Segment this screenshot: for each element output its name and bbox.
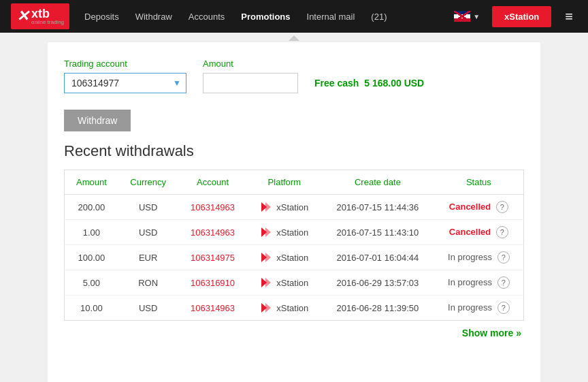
nav-internal-mail[interactable]: Internal mail: [300, 12, 362, 22]
logo[interactable]: ✕ xtb online trading: [11, 3, 69, 29]
logo-x-icon: ✕: [16, 7, 29, 25]
free-cash-value: 5 168.00 USD: [364, 78, 424, 89]
svg-marker-7: [265, 278, 271, 287]
nav-withdraw[interactable]: Withdraw: [129, 12, 179, 22]
cell-account: 106314963: [178, 195, 248, 220]
svg-marker-5: [265, 253, 271, 262]
col-currency: Currency: [118, 170, 178, 195]
nav-deposits[interactable]: Deposits: [78, 12, 126, 22]
status-badge: In progress: [448, 302, 492, 313]
platform-name: xStation: [276, 278, 308, 288]
trading-account-label: Trading account: [64, 59, 186, 69]
cell-currency: USD: [118, 296, 178, 321]
cell-currency: EUR: [118, 245, 178, 270]
account-link[interactable]: 106314963: [191, 227, 235, 238]
cell-account: 106316910: [178, 270, 248, 296]
cell-date: 2016-06-28 11:39:50: [321, 296, 434, 321]
account-select[interactable]: 106314977: [64, 73, 186, 93]
account-link[interactable]: 106314975: [191, 253, 235, 263]
col-status: Status: [434, 170, 524, 195]
table-row: 5.00 RON 106316910 xStation 2016-06-29 1…: [65, 270, 524, 296]
cell-amount: 100.00: [65, 245, 118, 270]
logo-brand: xtb: [31, 7, 64, 20]
cell-date: 2016-07-01 16:04:44: [321, 245, 434, 270]
trading-account-group: Trading account 106314977 ▼: [64, 59, 186, 93]
cell-status: In progress ?: [434, 296, 524, 321]
cell-date: 2016-07-15 11:43:10: [321, 220, 434, 245]
account-link[interactable]: 106314963: [191, 202, 235, 212]
amount-group: Amount: [203, 59, 298, 93]
cell-platform: xStation: [247, 296, 321, 321]
platform-name: xStation: [276, 253, 308, 263]
nav-accounts[interactable]: Accounts: [182, 12, 231, 22]
withdraw-form: Trading account 106314977 ▼ Amount Free …: [64, 59, 524, 93]
platform-icon: [260, 302, 272, 314]
status-badge: Cancelled: [449, 202, 491, 212]
amount-input[interactable]: [203, 73, 298, 93]
svg-marker-3: [265, 227, 271, 237]
account-link[interactable]: 106316910: [191, 278, 235, 288]
cell-platform: xStation: [247, 220, 321, 245]
svg-marker-9: [265, 303, 271, 313]
recent-withdrawals-title: Recent withdrawals: [64, 142, 524, 160]
col-platform: Platform: [247, 170, 321, 195]
flag-icon: [454, 11, 470, 22]
col-amount: Amount: [65, 170, 118, 195]
table-row: 1.00 USD 106314963 xStation 2016-07-15 1…: [65, 220, 524, 245]
platform-icon: [260, 276, 272, 289]
status-help-icon[interactable]: ?: [497, 276, 510, 289]
cell-status: In progress ?: [434, 245, 524, 270]
nav-mail-count[interactable]: (21): [364, 12, 393, 22]
table-row: 100.00 EUR 106314975 xStation 2016-07-01…: [65, 245, 524, 270]
free-cash-display: Free cash 5 168.00 USD: [314, 78, 424, 93]
status-badge: In progress: [448, 277, 492, 287]
status-help-icon[interactable]: ?: [497, 302, 510, 314]
table-header-row: Amount Currency Account Platform Create …: [65, 170, 524, 195]
col-account: Account: [178, 170, 248, 195]
table-row: 200.00 USD 106314963 xStation 2016-07-15…: [65, 195, 524, 220]
cell-status: Cancelled ?: [434, 195, 524, 220]
platform-name: xStation: [276, 227, 308, 238]
cell-amount: 10.00: [65, 296, 118, 321]
withdrawals-table: Amount Currency Account Platform Create …: [64, 170, 524, 321]
cell-platform: xStation: [247, 245, 321, 270]
logo-tagline: online trading: [31, 20, 64, 25]
platform-name: xStation: [276, 303, 308, 313]
xstation-button[interactable]: xStation: [492, 6, 551, 27]
cell-account: 106314963: [178, 220, 248, 245]
navbar: ✕ xtb online trading Deposits Withdraw A…: [0, 0, 588, 33]
nav-promotions[interactable]: Promotions: [234, 12, 297, 22]
status-help-icon[interactable]: ?: [496, 201, 508, 213]
account-select-wrapper: 106314977 ▼: [64, 73, 186, 93]
cell-amount: 5.00: [65, 270, 118, 296]
hamburger-menu-button[interactable]: ≡: [561, 9, 577, 25]
status-help-icon[interactable]: ?: [497, 251, 510, 264]
status-help-icon[interactable]: ?: [496, 226, 508, 238]
svg-marker-1: [265, 202, 271, 212]
show-more-container: Show more »: [64, 321, 524, 338]
cell-amount: 200.00: [65, 195, 118, 220]
free-cash-label: Free cash: [314, 78, 359, 89]
platform-icon: [260, 226, 272, 238]
status-badge: Cancelled: [449, 227, 491, 237]
platform-name: xStation: [276, 202, 308, 212]
status-badge: In progress: [448, 252, 492, 262]
platform-icon: [260, 251, 272, 264]
platform-icon: [260, 201, 272, 213]
logo-text: xtb online trading: [31, 7, 64, 25]
language-selector[interactable]: ▼: [450, 11, 484, 22]
cell-currency: USD: [118, 220, 178, 245]
chevron-up-icon: [289, 35, 299, 41]
col-create-date: Create date: [321, 170, 434, 195]
withdraw-button[interactable]: Withdraw: [64, 110, 131, 131]
cell-currency: RON: [118, 270, 178, 296]
cell-amount: 1.00: [65, 220, 118, 245]
cell-date: 2016-07-15 11:44:36: [321, 195, 434, 220]
show-more-link[interactable]: Show more »: [462, 328, 521, 338]
main-content: Trading account 106314977 ▼ Amount Free …: [48, 42, 540, 382]
amount-label: Amount: [203, 59, 298, 69]
table-row: 10.00 USD 106314963 xStation 2016-06-28 …: [65, 296, 524, 321]
cell-platform: xStation: [247, 270, 321, 296]
account-link[interactable]: 106314963: [191, 303, 235, 313]
cell-account: 106314975: [178, 245, 248, 270]
